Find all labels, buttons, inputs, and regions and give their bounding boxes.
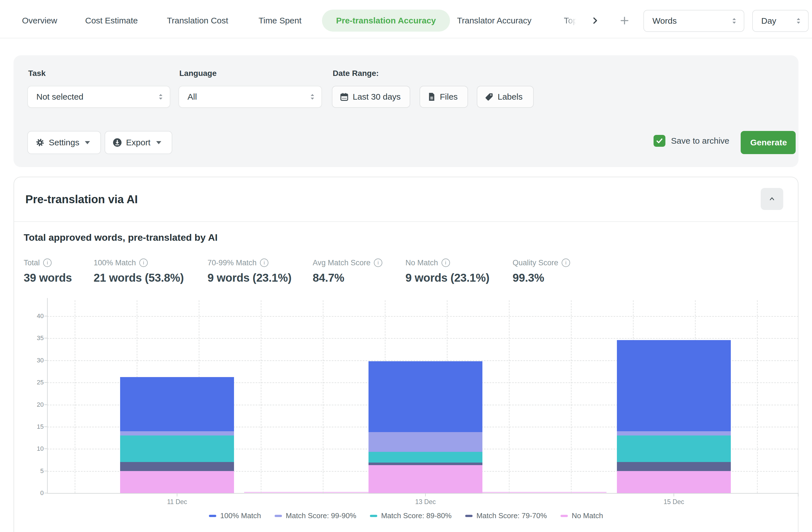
chart-legend: 100% MatchMatch Score: 99-90%Match Score… <box>0 512 812 520</box>
calendar-icon <box>340 92 349 101</box>
sort-arrows-icon <box>158 93 163 101</box>
date-range-value: Last 30 days <box>353 92 401 102</box>
chevron-right-icon <box>591 16 599 25</box>
export-label: Export <box>126 138 150 147</box>
checkmark-icon <box>655 137 663 145</box>
chevron-up-icon <box>768 195 776 203</box>
legend-swatch <box>209 515 216 517</box>
tab-translator-accuracy[interactable]: Translator Accuracy <box>457 10 532 32</box>
generate-button[interactable]: Generate <box>741 131 796 154</box>
add-report-button[interactable] <box>620 16 629 25</box>
report-tab-bar: OverviewCost EstimateTranslation CostTim… <box>0 0 812 38</box>
legend-item-match-score-99-90-[interactable]: Match Score: 99-90% <box>275 512 357 520</box>
y-axis-tick-label: 0 <box>27 489 44 497</box>
y-axis-tick <box>44 493 47 493</box>
files-filter-button[interactable]: Files <box>420 86 468 108</box>
tab-label: Overview <box>22 16 57 25</box>
caret-down-icon <box>156 141 161 144</box>
settings-button[interactable]: Settings <box>27 131 101 154</box>
tab-pre-translation-accuracy[interactable]: Pre-translation Accuracy <box>322 10 450 32</box>
tab-label: Cost Estimate <box>85 16 138 25</box>
bar-segment-100-match <box>617 340 731 431</box>
tab-cost-estimate[interactable]: Cost Estimate <box>85 10 138 32</box>
tabs-overflow-button[interactable] <box>591 16 599 25</box>
info-icon[interactable]: i <box>43 258 52 267</box>
stacked-bar-13-dec <box>368 361 482 493</box>
stat-100-match: 100% Matchi21 words (53.8%) <box>93 258 184 284</box>
x-axis-tick <box>673 493 674 496</box>
info-icon[interactable]: i <box>441 258 450 267</box>
x-axis-tick <box>425 493 426 496</box>
bar-segment-no-match <box>368 465 482 493</box>
task-select[interactable]: Not selected <box>27 86 170 108</box>
legend-item-100-match[interactable]: 100% Match <box>209 512 261 520</box>
legend-label: 100% Match <box>220 512 261 520</box>
tab-translation-cost[interactable]: Translation Cost <box>167 10 228 32</box>
bar-segment-no-match <box>617 471 731 493</box>
tab-label: Top <box>564 16 577 25</box>
sort-arrows-icon <box>731 17 737 25</box>
stat-value: 84.7% <box>313 271 382 284</box>
stat-70-99-match: 70-99% Matchi9 words (23.1%) <box>207 258 291 284</box>
bar-segment-100-match <box>120 377 234 431</box>
task-label: Task <box>28 69 46 78</box>
bar-segment-match-score-79-70- <box>120 462 234 471</box>
x-axis-end-tick <box>798 493 798 496</box>
gridline-vertical <box>323 300 323 493</box>
tab-label: Time Spent <box>259 16 301 25</box>
stat-label: Quality Score <box>512 258 558 267</box>
period-select[interactable]: Day <box>752 10 809 32</box>
save-to-archive-label: Save to archive <box>671 136 729 145</box>
export-button[interactable]: Export <box>105 131 172 154</box>
stacked-bar-11-dec <box>120 377 234 493</box>
bar-segment-match-score-79-70- <box>617 462 731 471</box>
language-select[interactable]: All <box>178 86 322 108</box>
y-axis-tick-label: 25 <box>27 379 44 386</box>
stat-quality-score: Quality Scorei99.3% <box>512 258 570 284</box>
save-to-archive-control: Save to archive <box>654 135 729 147</box>
collapse-card-button[interactable] <box>761 188 783 210</box>
y-axis-tick <box>44 426 47 427</box>
save-to-archive-checkbox[interactable] <box>654 135 665 147</box>
tag-icon <box>485 92 494 101</box>
tab-label: Translator Accuracy <box>457 16 532 25</box>
files-filter-label: Files <box>440 92 458 102</box>
stat-label: 100% Match <box>93 258 136 267</box>
period-select-value: Day <box>761 16 776 26</box>
section-title: Total approved words, pre-translated by … <box>24 232 218 243</box>
y-axis-tick-label: 5 <box>27 467 44 475</box>
sort-arrows-icon <box>796 17 801 25</box>
date-range-button[interactable]: Last 30 days <box>332 86 410 108</box>
stacked-bar-15-dec <box>617 340 731 493</box>
tab-time-spent[interactable]: Time Spent <box>259 10 301 32</box>
gridline-horizontal <box>47 338 798 339</box>
gridline-vertical <box>509 300 509 493</box>
info-icon[interactable]: i <box>260 258 269 267</box>
legend-item-match-score-79-70-[interactable]: Match Score: 79-70% <box>465 512 547 520</box>
labels-filter-button[interactable]: Labels <box>477 86 534 108</box>
y-axis-tick-label: 15 <box>27 423 44 430</box>
sort-arrows-icon <box>309 93 315 101</box>
info-icon[interactable]: i <box>374 258 382 267</box>
report-page: OverviewCost EstimateTranslation CostTim… <box>0 0 812 532</box>
stat-value: 21 words (53.8%) <box>93 271 184 284</box>
unit-select[interactable]: Words <box>643 10 744 32</box>
info-icon[interactable]: i <box>139 258 148 267</box>
y-axis-tick <box>44 382 47 383</box>
bar-segment-match-score-89-80- <box>617 435 731 462</box>
card-title: Pre-translation via AI <box>25 193 138 206</box>
bar-segment-match-score-79-70- <box>368 463 482 465</box>
tab-top[interactable]: Top <box>564 10 586 32</box>
bar-segment-100-match <box>368 361 482 432</box>
bar-segment-match-score-99-90- <box>368 432 482 452</box>
gear-icon <box>35 138 45 147</box>
info-icon[interactable]: i <box>562 258 570 267</box>
y-axis-tick <box>44 448 47 449</box>
tab-overview[interactable]: Overview <box>22 10 57 32</box>
legend-item-no-match[interactable]: No Match <box>561 512 603 520</box>
legend-item-match-score-89-80-[interactable]: Match Score: 89-80% <box>370 512 452 520</box>
language-label: Language <box>179 69 217 78</box>
bar-segment-match-score-99-90- <box>120 431 234 436</box>
tab-label: Translation Cost <box>167 16 228 25</box>
y-axis-tick-label: 20 <box>27 401 44 408</box>
